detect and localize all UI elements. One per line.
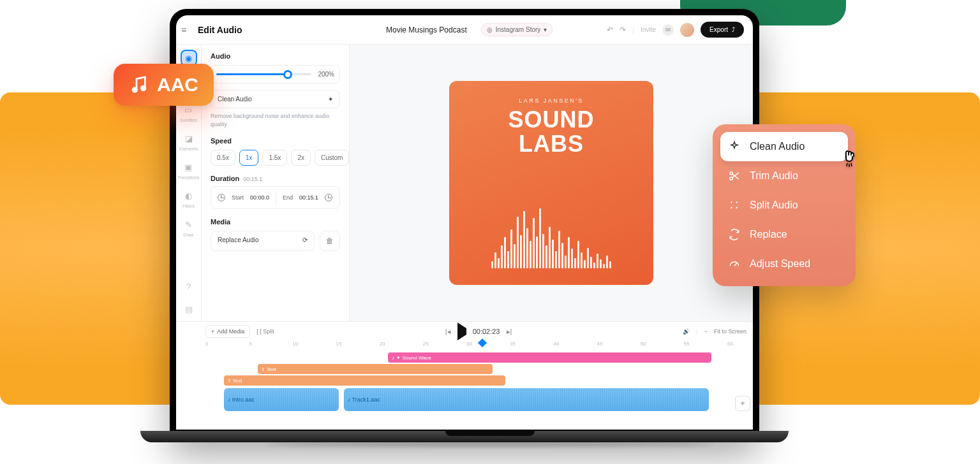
cover-subtitle: LARS JANSEN'S	[519, 98, 584, 104]
music-note-icon	[129, 75, 149, 95]
time-ruler[interactable]: 051015202530354045505560	[205, 341, 727, 351]
duration-section-title: Duration	[211, 175, 239, 182]
clip-text[interactable]: T Text	[258, 364, 493, 374]
rail-label: Filters	[182, 204, 195, 208]
timecode: 00:02:23	[473, 328, 500, 335]
laptop-shadow	[267, 442, 713, 446]
fit-button[interactable]: Fit to Screen	[714, 328, 746, 335]
speed-chip[interactable]: 2x	[291, 150, 311, 166]
replace-icon	[728, 228, 741, 241]
avatar[interactable]	[680, 23, 694, 37]
add-media-label: Add Media	[217, 328, 244, 335]
laptop-notch	[445, 431, 535, 436]
trash-icon: 🗑	[326, 236, 334, 245]
help-icon[interactable]: ?	[182, 279, 196, 293]
rail-label: Subtitles	[180, 118, 197, 122]
volume-icon[interactable]: 🔊	[683, 328, 690, 335]
speed-chip[interactable]: 1x	[239, 150, 259, 166]
audio-section-title: Audio	[211, 52, 340, 60]
start-value[interactable]: 00:00.0	[250, 194, 269, 201]
clip-text[interactable]: T Text	[224, 375, 506, 386]
ctx-label: Replace	[750, 229, 787, 240]
sparkle-icon	[728, 140, 741, 153]
tracks[interactable]: ♪ ✦ Sound Wave T Text T Text ♪ Intro.aac…	[205, 351, 727, 430]
play-button[interactable]	[457, 328, 466, 335]
export-button[interactable]: Export ⤴	[701, 22, 744, 38]
speed-chips: 0.5x 1x 1.5x 2x Custom	[211, 150, 340, 166]
scissors-icon	[728, 170, 741, 182]
duration-card: Start 00:00.0 End 00:15.1	[211, 186, 340, 209]
ctx-label: Trim Audio	[750, 170, 798, 182]
clean-audio-row[interactable]: Clean Audio ✦	[211, 90, 340, 108]
filters-icon[interactable]: ◐	[182, 189, 196, 203]
svg-point-1	[141, 86, 145, 91]
ctx-adjust-speed[interactable]: Adjust Speed	[720, 249, 848, 279]
skip-start-icon[interactable]: |◂	[445, 328, 451, 336]
clock-icon	[218, 194, 225, 201]
speed-chip[interactable]: 1.5x	[262, 150, 287, 166]
start-label: Start	[232, 194, 244, 201]
redo-icon[interactable]: ↷	[620, 25, 626, 34]
rail-label: Draw	[183, 233, 193, 237]
replace-audio-button[interactable]: Replace Audio ⟳	[211, 231, 315, 251]
equalizer-graphic	[491, 198, 611, 268]
media-section-title: Media	[211, 218, 340, 226]
speed-chip[interactable]: Custom	[315, 150, 349, 166]
speed-chip[interactable]: 0.5x	[211, 150, 235, 166]
clip-track1[interactable]: ♪ Track1.aac	[344, 388, 709, 411]
transitions-icon[interactable]: ▣	[181, 160, 195, 174]
hamburger-icon[interactable]: ≡	[176, 25, 191, 35]
speed-section-title: Speed	[211, 137, 340, 145]
clean-audio-label: Clean Audio	[218, 96, 252, 103]
avatar-initials[interactable]: SK	[662, 24, 674, 36]
instagram-icon: ◎	[487, 26, 493, 33]
clip-soundwave[interactable]: ♪ ✦ Sound Wave	[388, 352, 711, 363]
svg-point-3	[730, 177, 732, 180]
ctx-label: Clean Audio	[750, 141, 805, 152]
volume-value: 200%	[318, 71, 334, 78]
end-value[interactable]: 00:15.1	[299, 194, 318, 201]
context-menu: Clean Audio Trim Audio Split Audio Repla…	[713, 124, 856, 286]
ctx-trim-audio[interactable]: Trim Audio	[720, 161, 848, 191]
ctx-clean-audio[interactable]: Clean Audio	[720, 132, 848, 161]
volume-slider[interactable]: 200%	[211, 65, 340, 83]
end-label: End	[283, 194, 293, 201]
undo-icon[interactable]: ↶	[607, 25, 613, 34]
rail-audio-icon[interactable]: ◉	[182, 51, 196, 65]
rail-label: Elements	[179, 147, 198, 151]
upload-icon: ⤴	[732, 26, 735, 33]
svg-point-2	[730, 172, 732, 175]
edit-panel: Audio 200% Clean Audio ✦ Remove backgrou…	[202, 45, 350, 321]
cover-title-2: LABS	[519, 132, 584, 156]
ctx-split-audio[interactable]: Split Audio	[720, 191, 848, 220]
svg-point-0	[133, 88, 137, 92]
project-name[interactable]: Movie Musings Podcast	[386, 25, 467, 34]
preset-dropdown[interactable]: ◎ Instagram Story ▾	[481, 23, 553, 36]
settings-icon[interactable]: ▤	[182, 302, 196, 316]
ctx-label: Split Audio	[750, 199, 798, 211]
export-label: Export	[709, 26, 728, 33]
zoom-out-icon[interactable]: −	[704, 328, 708, 335]
skip-end-icon[interactable]: ▸|	[507, 328, 512, 336]
canvas[interactable]: LARS JANSEN'S SOUND LABS	[350, 45, 753, 321]
chevron-down-icon: ▾	[544, 26, 547, 33]
split-icon	[728, 199, 741, 212]
add-media-button[interactable]: + Add Media	[205, 325, 250, 338]
add-track-button[interactable]: +	[735, 396, 750, 411]
draw-icon[interactable]: ✎	[182, 217, 196, 231]
laptop-frame: ≡ Edit Audio Movie Musings Podcast ◎ Ins…	[170, 9, 759, 436]
delete-button[interactable]: 🗑	[320, 231, 340, 251]
app-header: ≡ Edit Audio Movie Musings Podcast ◎ Ins…	[176, 15, 753, 45]
clip-intro[interactable]: ♪ Intro.aac	[224, 388, 339, 411]
split-button[interactable]: [ ] Split	[256, 328, 274, 335]
ctx-replace[interactable]: Replace	[720, 220, 848, 249]
preset-label: Instagram Story	[496, 26, 541, 33]
aac-label: AAC	[157, 74, 198, 96]
clock-icon	[325, 194, 332, 201]
refresh-icon: ⟳	[302, 236, 308, 245]
app-screen: ≡ Edit Audio Movie Musings Podcast ◎ Ins…	[176, 15, 753, 430]
elements-icon[interactable]: ◪	[182, 131, 196, 145]
invite-button[interactable]: Invite	[641, 26, 656, 33]
rail-label: Transitions	[178, 175, 200, 180]
page-title: Edit Audio	[191, 25, 332, 35]
